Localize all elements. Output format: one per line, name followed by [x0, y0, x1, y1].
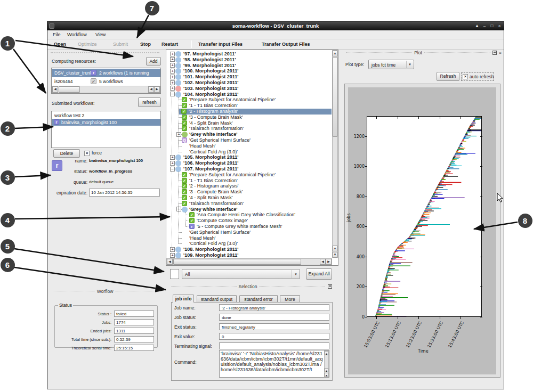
- tree-row[interactable]: '97. Morphologist 2011'+: [167, 51, 332, 57]
- tree-row[interactable]: '98. Morphologist 2011'+: [167, 57, 332, 63]
- filter-combo[interactable]: All ▼: [182, 269, 300, 279]
- scroll-right-icon[interactable]: ▶: [154, 86, 160, 93]
- expand-icon[interactable]: +: [170, 57, 175, 62]
- collapse-icon[interactable]: −: [170, 92, 175, 96]
- expand-icon[interactable]: +: [170, 247, 175, 252]
- tree-row[interactable]: ✓'1 - T1 Bias Correction': [167, 103, 332, 109]
- tree-row[interactable]: 'Grey white Interface'+: [167, 132, 332, 137]
- vscroll-thumb[interactable]: [333, 57, 337, 137]
- tree-row[interactable]: ✓'3 - Compute Brain Mask': [167, 189, 332, 195]
- force-checkbox[interactable]: ×: [84, 151, 90, 156]
- minimize-icon[interactable]: –: [481, 23, 488, 29]
- tree-row[interactable]: '106. Morphologist 2011'+: [167, 160, 332, 166]
- expand-icon[interactable]: +: [170, 52, 175, 56]
- tree-row[interactable]: ✓'Compute Cortex image': [167, 218, 332, 224]
- tree-row[interactable]: ✓'1 - T1 Bias Correction': [167, 178, 332, 184]
- tree-row[interactable]: ✓'2 - Histogram analysis': [167, 183, 332, 189]
- tab-standard-error[interactable]: standard error: [239, 295, 278, 303]
- tree-row[interactable]: ✓'Talairach Transformation': [167, 126, 332, 132]
- expand-icon[interactable]: +: [170, 63, 175, 68]
- auto-refresh-checkbox[interactable]: ×: [463, 74, 468, 79]
- job-info-field[interactable]: 0: [219, 333, 329, 340]
- submitted-workflows-list[interactable]: workflow test 2rbrainvisa_morphologist 1…: [51, 111, 161, 148]
- command-field[interactable]: 'brainvisa' '-r' 'NobiasHistoAnalysis' /…: [219, 350, 329, 378]
- tree-row[interactable]: ✓'3 - Compute Brain Mask': [167, 115, 332, 120]
- menu-workflow[interactable]: Workflow: [67, 32, 87, 37]
- job-info-field[interactable]: '2 - Histogram analysis': [219, 304, 329, 311]
- delete-button[interactable]: Delete: [53, 149, 80, 158]
- expand-icon[interactable]: +: [176, 132, 181, 137]
- tree-row[interactable]: 'Get Spherical Hemi Surface': [167, 230, 332, 235]
- hscroll-thumb[interactable]: [173, 259, 301, 265]
- tree-row[interactable]: '100. Morphologist 2011'+: [167, 68, 332, 74]
- tree-row[interactable]: '103. Morphologist 2011'+: [167, 86, 332, 92]
- tree-row[interactable]: ✓'Prepare Subject for Anatomical Pipelin…: [167, 97, 332, 103]
- scroll-left-icon[interactable]: ◀: [52, 86, 58, 93]
- scroll-up-icon[interactable]: ▲: [325, 351, 328, 355]
- scroll-left-icon[interactable]: ◀: [320, 259, 326, 265]
- tree-row[interactable]: '102. Morphologist 2011'+: [167, 80, 332, 86]
- tree-row[interactable]: '104. Morphologist 2011'−: [167, 92, 332, 97]
- expand-icon[interactable]: +: [170, 69, 175, 74]
- workflow-row[interactable]: rbrainvisa_morphologist 100: [52, 119, 160, 126]
- tree-row[interactable]: ✓'Ana Compute Hemi Grey White Classifica…: [167, 212, 332, 218]
- tab-job-info[interactable]: job info: [173, 295, 194, 303]
- tree-row[interactable]: '107. Morphologist 2011'−: [167, 166, 332, 172]
- tree-row[interactable]: 'Cortical Fold Arg (3.0)': [167, 241, 332, 247]
- workflow-tree[interactable]: '97. Morphologist 2011'+'98. Morphologis…: [166, 50, 338, 266]
- job-info-field[interactable]: done: [219, 314, 329, 321]
- scroll-right-icon[interactable]: ▶: [326, 259, 332, 265]
- tab-More[interactable]: More: [280, 295, 300, 303]
- toolbar-open[interactable]: Open: [54, 42, 66, 47]
- scroll-up-icon[interactable]: ▲: [333, 51, 337, 56]
- resources-hscrollbar[interactable]: ◀ ◀ ▶: [52, 86, 160, 93]
- job-info-field[interactable]: finished_regularly: [219, 323, 329, 330]
- maximize-icon[interactable]: □: [489, 23, 495, 29]
- expand-icon[interactable]: +: [170, 75, 175, 79]
- expiration-date-field[interactable]: 10 Jan 2012 14:56:35: [89, 189, 160, 197]
- menu-file[interactable]: File: [53, 32, 61, 37]
- expand-icon[interactable]: +: [170, 161, 175, 166]
- tree-row[interactable]: '109. Morphologist 2011'+: [167, 252, 332, 258]
- toolbar-transfer-input-files[interactable]: Transfer Input Files: [198, 42, 243, 47]
- float-icon[interactable]: [328, 284, 332, 289]
- tree-row[interactable]: '101. Morphologist 2011'+: [167, 74, 332, 80]
- expand-all-button[interactable]: Expand All: [306, 268, 332, 280]
- tree-row[interactable]: '105. Morphologist 2011'+: [167, 154, 332, 160]
- tree-row[interactable]: ✓'Prepare Subject for Anatomical Pipelin…: [167, 172, 332, 178]
- close-icon[interactable]: ×: [498, 51, 503, 55]
- tab-standard-output[interactable]: standard output: [197, 295, 237, 303]
- filter-edit[interactable]: [170, 269, 179, 279]
- tree-row[interactable]: '99. Morphologist 2011'+: [167, 63, 332, 69]
- tree-row[interactable]: ✓'2 - Histogram analysis': [179, 109, 332, 115]
- tree-row[interactable]: 'Head Mesh': [167, 143, 332, 149]
- close-icon[interactable]: ×: [496, 23, 503, 29]
- tree-row[interactable]: ✓'4 - Split Brain Mask': [167, 120, 332, 126]
- plot-refresh-button[interactable]: Refresh: [437, 72, 459, 81]
- tree-row[interactable]: r'5 - Compute Grey white Interface Mesh': [167, 224, 332, 230]
- menu-view[interactable]: View: [95, 32, 106, 37]
- resource-row[interactable]: is206464✓5 workflows: [52, 77, 160, 86]
- scroll-up-icon[interactable]: ▲: [333, 246, 337, 251]
- workflow-count-checkbox[interactable]: ✓: [91, 78, 96, 84]
- tree-row[interactable]: '108. Morphologist 2011'+: [167, 247, 332, 252]
- tree-row[interactable]: 'Cortical Fold Arg (3.0)': [167, 149, 332, 155]
- scroll-down-icon[interactable]: ▼: [325, 373, 328, 377]
- tree-hscrollbar[interactable]: ◀ ◀ ▶: [166, 258, 332, 265]
- expand-icon[interactable]: +: [170, 253, 175, 258]
- add-button[interactable]: Add: [146, 57, 161, 66]
- expand-icon[interactable]: +: [170, 155, 175, 160]
- scroll-down-icon[interactable]: ▼: [333, 252, 337, 258]
- tree-row[interactable]: 'Grey white Interface'−: [167, 207, 332, 213]
- tree-vscrollbar[interactable]: ▲ ▲ ▼: [332, 50, 338, 258]
- plot-type-combo[interactable]: jobs fct time ▼: [368, 60, 414, 69]
- toolbar-stop[interactable]: Stop: [140, 42, 151, 47]
- float-icon[interactable]: [492, 51, 497, 55]
- tree-row[interactable]: ✓'4 - Split Brain Mask': [167, 195, 332, 201]
- command-vscrollbar[interactable]: ▲ ▲ ▼: [324, 350, 329, 377]
- scroll-up-icon[interactable]: ▲: [325, 368, 328, 372]
- scroll-left-icon[interactable]: ◀: [148, 86, 154, 93]
- tree-row[interactable]: ✓'Talairach Transformation': [167, 201, 332, 207]
- scroll-left-icon[interactable]: ◀: [167, 259, 173, 265]
- tree-row[interactable]: 'Head Mesh': [167, 235, 332, 241]
